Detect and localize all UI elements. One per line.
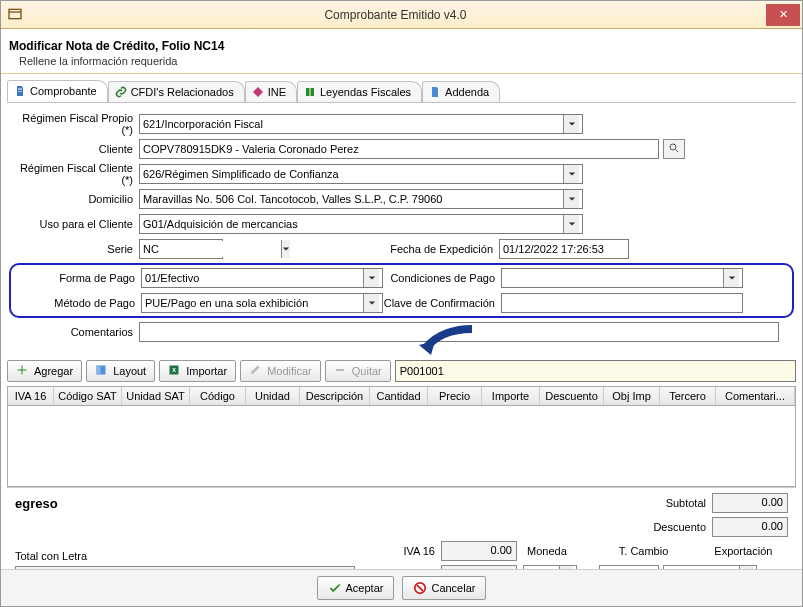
col-codigo-sat[interactable]: Código SAT [54, 387, 122, 405]
dropdown-arrow-icon[interactable] [363, 294, 379, 312]
book-icon [304, 86, 316, 98]
page-title: Modificar Nota de Crédito, Folio NC14 [9, 39, 792, 53]
input-uso-cliente[interactable] [143, 216, 563, 232]
svg-rect-5 [97, 366, 101, 375]
input-cliente[interactable] [139, 139, 659, 159]
value-iva: 0.00 [441, 541, 517, 561]
close-icon: ✕ [779, 8, 788, 21]
combo-serie[interactable] [139, 239, 223, 259]
label-cond-pago: Condiciones de Pago [383, 272, 501, 284]
agregar-button[interactable]: Agregar [7, 360, 82, 382]
input-regimen-cliente[interactable] [143, 166, 563, 182]
label-comentarios: Comentarios [9, 326, 139, 338]
input-forma-pago[interactable] [145, 270, 363, 286]
dropdown-arrow-icon[interactable] [563, 190, 579, 208]
button-label: Agregar [34, 365, 73, 377]
tab-content: Régimen Fiscal Propio (*) Cliente Régime… [7, 102, 796, 350]
col-precio[interactable]: Precio [428, 387, 482, 405]
grid-body[interactable] [8, 406, 795, 486]
col-iva[interactable]: IVA 16 [8, 387, 54, 405]
button-label: Modificar [267, 365, 312, 377]
input-regimen-propio[interactable] [143, 116, 563, 132]
input-domicilio[interactable] [143, 191, 563, 207]
page-icon [429, 86, 441, 98]
label-uso-cliente: Uso para el Cliente [9, 218, 139, 230]
input-cond-pago[interactable] [505, 270, 723, 286]
tab-comprobante[interactable]: Comprobante [7, 80, 108, 102]
pago-highlight-box: Forma de Pago Condiciones de Pago Método… [9, 263, 794, 318]
combo-uso-cliente[interactable] [139, 214, 583, 234]
tab-strip: Comprobante CFDI's Relacionados INE Leye… [1, 74, 802, 102]
quitar-button[interactable]: Quitar [325, 360, 391, 382]
combo-regimen-propio[interactable] [139, 114, 583, 134]
col-unidad[interactable]: Unidad [246, 387, 300, 405]
svg-text:X: X [172, 367, 176, 373]
value-descuento: 0.00 [712, 517, 788, 537]
pencil-icon [249, 364, 263, 378]
tab-leyendas[interactable]: Leyendas Fiscales [297, 81, 422, 102]
label-forma-pago: Forma de Pago [11, 272, 141, 284]
search-icon [668, 142, 680, 156]
layout-button[interactable]: Layout [86, 360, 155, 382]
grid-header: IVA 16 Código SAT Unidad SAT Código Unid… [8, 387, 795, 406]
label-moneda: Moneda [523, 545, 571, 557]
link-icon [115, 86, 127, 98]
col-unidad-sat[interactable]: Unidad SAT [122, 387, 190, 405]
dropdown-arrow-icon[interactable] [723, 269, 739, 287]
dropdown-arrow-icon[interactable] [563, 215, 579, 233]
combo-regimen-cliente[interactable] [139, 164, 583, 184]
svg-line-10 [418, 585, 424, 591]
cancel-icon [413, 581, 427, 595]
col-obj-imp[interactable]: Obj Imp [604, 387, 660, 405]
label-cliente: Cliente [9, 143, 139, 155]
svg-point-2 [670, 144, 676, 150]
input-metodo-pago[interactable] [145, 295, 363, 311]
svg-rect-8 [336, 369, 344, 371]
window-title: Comprobante Emitido v4.0 [25, 8, 766, 22]
button-label: Quitar [352, 365, 382, 377]
input-clave-conf[interactable] [501, 293, 743, 313]
label-descuento: Descuento [632, 521, 712, 533]
tab-cfdis[interactable]: CFDI's Relacionados [108, 81, 245, 102]
dropdown-arrow-icon[interactable] [563, 165, 579, 183]
combo-metodo-pago[interactable] [141, 293, 383, 313]
close-button[interactable]: ✕ [766, 4, 800, 26]
tab-label: Comprobante [30, 85, 97, 97]
col-descuento[interactable]: Descuento [540, 387, 604, 405]
col-codigo[interactable]: Código [190, 387, 246, 405]
search-cliente-button[interactable] [663, 139, 685, 159]
items-grid: IVA 16 Código SAT Unidad SAT Código Unid… [7, 386, 796, 487]
importar-button[interactable]: X Importar [159, 360, 236, 382]
svg-rect-0 [9, 9, 21, 18]
label-iva: IVA 16 [365, 545, 441, 557]
col-tercero[interactable]: Tercero [660, 387, 716, 405]
combo-cond-pago[interactable] [501, 268, 743, 288]
combo-forma-pago[interactable] [141, 268, 383, 288]
tab-ine[interactable]: INE [245, 81, 297, 102]
col-importe[interactable]: Importe [482, 387, 540, 405]
combo-domicilio[interactable] [139, 189, 583, 209]
aceptar-button[interactable]: Aceptar [317, 576, 395, 600]
button-label: Aceptar [346, 582, 384, 594]
col-cantidad[interactable]: Cantidad [370, 387, 428, 405]
dropdown-arrow-icon[interactable] [563, 115, 579, 133]
label-regimen-cliente: Régimen Fiscal Cliente (*) [9, 162, 139, 186]
modificar-button[interactable]: Modificar [240, 360, 321, 382]
product-code-input[interactable] [395, 360, 796, 382]
app-icon [7, 6, 25, 24]
input-fecha-exp[interactable] [499, 239, 629, 259]
label-total-letra: Total con Letra [15, 550, 365, 562]
tab-label: CFDI's Relacionados [131, 86, 234, 98]
col-comentario[interactable]: Comentari... [716, 387, 795, 405]
label-domicilio: Domicilio [9, 193, 139, 205]
cancelar-button[interactable]: Cancelar [402, 576, 486, 600]
plus-icon [16, 364, 30, 378]
input-comentarios[interactable] [139, 322, 779, 342]
titlebar: Comprobante Emitido v4.0 ✕ [1, 1, 802, 29]
col-descripcion[interactable]: Descripción [300, 387, 370, 405]
tab-label: Addenda [445, 86, 489, 98]
dropdown-arrow-icon[interactable] [363, 269, 379, 287]
document-icon [14, 85, 26, 97]
tab-addenda[interactable]: Addenda [422, 81, 500, 102]
excel-icon: X [168, 364, 182, 378]
